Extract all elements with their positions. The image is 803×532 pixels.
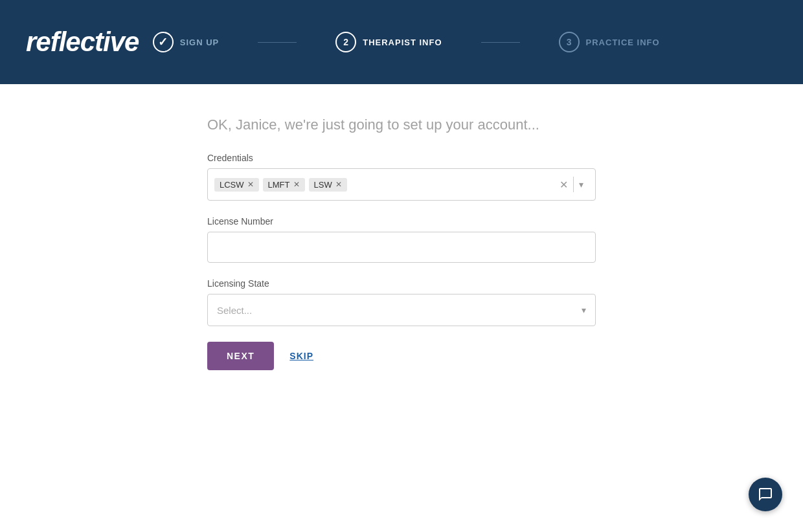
step-practice-number: 3	[567, 37, 572, 47]
step-separator-2	[481, 42, 520, 43]
tag-lcsw-text: LCSW	[220, 180, 244, 190]
credentials-input-box[interactable]: LCSW ✕ LMFT ✕ LSW ✕ ✕ ▾	[207, 168, 596, 201]
step-signup: ✓ SIGN UP	[153, 32, 219, 52]
step-therapist-label: THERAPIST INFO	[363, 38, 442, 47]
licensing-state-field-group: Licensing State Select... ▾	[207, 278, 596, 326]
skip-button[interactable]: SKIP	[289, 351, 313, 361]
step-practice-circle: 3	[559, 32, 580, 52]
step-signup-circle: ✓	[153, 32, 174, 52]
step-separator-1	[258, 42, 297, 43]
step-therapist-number: 2	[343, 37, 348, 47]
credentials-label: Credentials	[207, 153, 596, 163]
form-section: Credentials LCSW ✕ LMFT ✕ LSW ✕	[207, 153, 596, 370]
form-actions: NEXT SKIP	[207, 342, 596, 370]
license-number-label: License Number	[207, 216, 596, 227]
header: reflective ✓ SIGN UP 2 THERAPIST INFO 3 …	[0, 0, 803, 84]
tag-lmft-text: LMFT	[268, 180, 290, 190]
step-practice-label: PRACTICE INFO	[586, 38, 660, 47]
main-content: OK, Janice, we're just going to set up y…	[0, 84, 803, 370]
greeting-text: OK, Janice, we're just going to set up y…	[207, 116, 803, 133]
credentials-field-group: Credentials LCSW ✕ LMFT ✕ LSW ✕	[207, 153, 596, 201]
brand-logo: reflective	[26, 27, 139, 58]
licensing-state-placeholder: Select...	[217, 305, 252, 316]
license-number-input[interactable]	[207, 232, 596, 263]
licensing-state-select[interactable]: Select... ▾	[207, 294, 596, 326]
next-button[interactable]: NEXT	[207, 342, 274, 370]
credentials-clear-all-button[interactable]: ✕	[554, 179, 573, 191]
tag-lcsw: LCSW ✕	[214, 178, 259, 192]
step-practice-info: 3 PRACTICE INFO	[559, 32, 660, 52]
licensing-state-arrow-icon: ▾	[582, 305, 586, 315]
step-signup-label: SIGN UP	[180, 38, 219, 47]
checkmark-icon: ✓	[158, 35, 168, 49]
credentials-dropdown-button[interactable]: ▾	[574, 179, 589, 190]
chat-fab-button[interactable]	[749, 478, 782, 511]
chat-icon	[758, 487, 773, 502]
tag-lmft-remove[interactable]: ✕	[293, 181, 300, 188]
tag-lsw-remove[interactable]: ✕	[335, 181, 342, 188]
step-therapist-info: 2 THERAPIST INFO	[335, 32, 442, 52]
license-number-field-group: License Number	[207, 216, 596, 263]
step-therapist-circle: 2	[335, 32, 356, 52]
tag-lcsw-remove[interactable]: ✕	[247, 181, 254, 188]
licensing-state-label: Licensing State	[207, 278, 596, 289]
tag-lsw: LSW ✕	[309, 178, 347, 192]
credentials-tags-area: LCSW ✕ LMFT ✕ LSW ✕	[214, 178, 554, 192]
stepper: ✓ SIGN UP 2 THERAPIST INFO 3 PRACTICE IN…	[139, 32, 673, 52]
tag-lmft: LMFT ✕	[263, 178, 305, 192]
tag-lsw-text: LSW	[314, 180, 332, 190]
credentials-controls: ✕ ▾	[554, 177, 589, 192]
